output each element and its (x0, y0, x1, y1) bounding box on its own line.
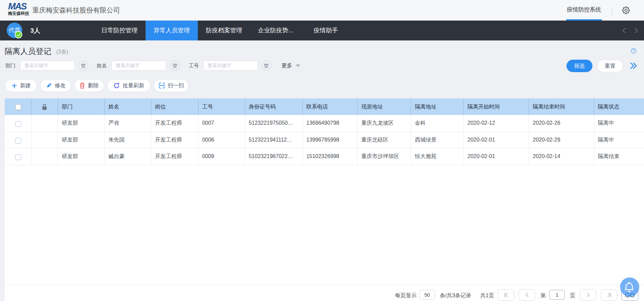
svg-text:?: ? (633, 49, 635, 53)
